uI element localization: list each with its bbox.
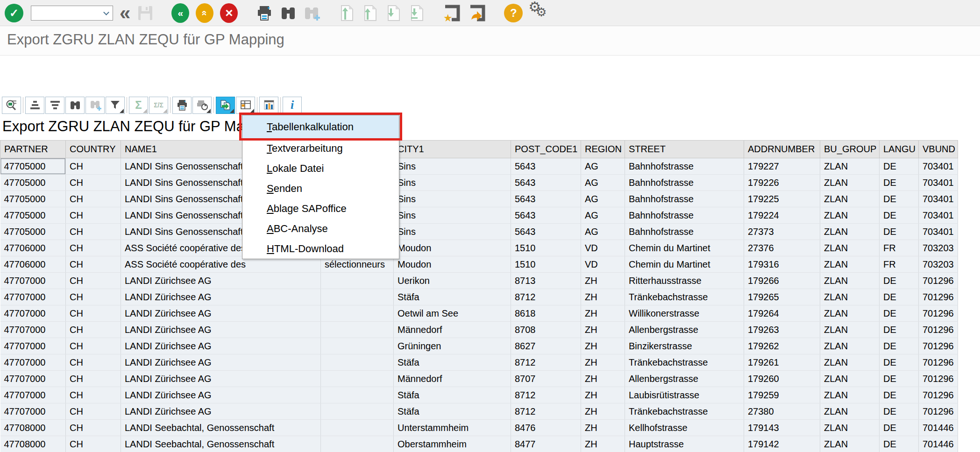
grid-cell[interactable]: 701296 (919, 289, 958, 305)
grid-cell[interactable]: 47705000 (0, 224, 66, 240)
info-button[interactable]: i (283, 97, 302, 114)
grid-cell[interactable]: CH (66, 240, 121, 256)
grid-cell[interactable] (321, 289, 394, 305)
grid-cell[interactable]: 701446 (919, 436, 958, 452)
grid-cell[interactable]: DE (880, 338, 919, 354)
back-button[interactable]: « (171, 3, 189, 23)
grid-cell[interactable]: 179263 (744, 322, 820, 338)
grid-cell[interactable]: FR (880, 240, 919, 256)
grid-cell[interactable]: CH (66, 256, 121, 273)
grid-cell[interactable]: CH (66, 420, 121, 436)
column-header[interactable]: PARTNER (0, 141, 66, 158)
grid-cell[interactable]: CH (66, 322, 121, 338)
grid-cell[interactable]: ZLAN (820, 305, 880, 322)
grid-cell[interactable]: LANDI Zürichsee AG (121, 338, 321, 354)
grid-cell[interactable]: 179316 (744, 256, 820, 273)
grid-cell[interactable]: DE (880, 305, 919, 322)
grid-cell[interactable]: 5643 (511, 175, 581, 191)
grid-cell[interactable]: LANDI Zürichsee AG (121, 289, 321, 305)
grid-cell[interactable]: 179142 (744, 436, 820, 452)
grid-cell[interactable]: ZLAN (820, 387, 880, 403)
grid-cell[interactable]: Tränkebachstrasse (625, 289, 744, 305)
grid-cell[interactable]: 27373 (744, 224, 820, 240)
grid-cell[interactable]: 8713 (511, 273, 581, 289)
grid-cell[interactable]: ZLAN (820, 436, 880, 452)
grid-cell[interactable]: Grüningen (394, 338, 511, 354)
grid-cell[interactable]: Sins (394, 224, 511, 240)
grid-cell[interactable]: LANDI Zürichsee AG (121, 354, 321, 371)
grid-cell[interactable]: LANDI Seebachtal, Genossenschaft (121, 420, 321, 436)
grid-cell[interactable]: 179262 (744, 338, 820, 354)
grid-cell[interactable]: 701296 (919, 322, 958, 338)
grid-cell[interactable]: ZH (581, 305, 625, 322)
grid-cell[interactable]: 8712 (511, 403, 581, 420)
grid-cell[interactable]: ZLAN (820, 354, 880, 371)
grid-cell[interactable]: ZH (581, 273, 625, 289)
grid-cell[interactable]: AG (581, 175, 625, 191)
exit-button[interactable]: « (196, 3, 213, 23)
grid-cell[interactable]: Tränkebachstrasse (625, 403, 744, 420)
grid-cell[interactable]: 47708000 (0, 436, 66, 452)
grid-cell[interactable]: CH (66, 371, 121, 387)
grid-cell[interactable]: 8707 (511, 371, 581, 387)
grid-cell[interactable]: Moudon (394, 256, 511, 273)
grid-cell[interactable]: AG (581, 224, 625, 240)
grid-cell[interactable]: Tränkebachstrasse (625, 354, 744, 371)
grid-cell[interactable] (321, 387, 394, 403)
grid-cell[interactable]: 47707000 (0, 289, 66, 305)
grid-cell[interactable]: 8618 (511, 305, 581, 322)
grid-cell[interactable] (321, 354, 394, 371)
grid-cell[interactable]: ZLAN (820, 256, 880, 273)
grid-cell[interactable]: Unterstammheim (394, 420, 511, 436)
grid-cell[interactable]: Sins (394, 175, 511, 191)
grid-cell[interactable]: DE (880, 289, 919, 305)
grid-cell[interactable]: DE (880, 354, 919, 371)
grid-cell[interactable] (321, 338, 394, 354)
grid-cell[interactable]: Sins (394, 158, 511, 175)
grid-cell[interactable]: 703401 (919, 191, 958, 207)
column-header[interactable]: REGION (581, 141, 625, 158)
grid-cell[interactable]: 47705000 (0, 175, 66, 191)
grid-cell[interactable]: CH (66, 273, 121, 289)
grid-cell[interactable]: AG (581, 191, 625, 207)
grid-cell[interactable]: ZLAN (820, 420, 880, 436)
grid-cell[interactable]: Stäfa (394, 354, 511, 371)
grid-cell[interactable]: ZLAN (820, 273, 880, 289)
grid-cell[interactable] (321, 420, 394, 436)
grid-cell[interactable]: DE (880, 403, 919, 420)
grid-cell[interactable]: ZLAN (820, 207, 880, 224)
grid-cell[interactable]: ZH (581, 289, 625, 305)
enter-button[interactable]: ✓ (5, 4, 23, 22)
set-filter-button[interactable] (106, 97, 125, 114)
export-button[interactable] (216, 97, 235, 114)
column-header[interactable]: CITY1 (394, 141, 511, 158)
grid-cell[interactable]: Oberstammheim (394, 436, 511, 452)
grid-cell[interactable]: 179259 (744, 387, 820, 403)
grid-cell[interactable]: LANDI Zürichsee AG (121, 305, 321, 322)
column-header[interactable]: LANGU (880, 141, 919, 158)
help-button[interactable]: ? (504, 4, 523, 22)
grid-cell[interactable]: Chemin du Martinet (625, 256, 744, 273)
chevron-down-icon[interactable] (103, 9, 109, 15)
grid-cell[interactable]: 5643 (511, 158, 581, 175)
grid-cell[interactable]: Moudon (394, 240, 511, 256)
grid-cell[interactable]: DE (880, 158, 919, 175)
grid-cell[interactable]: LANDI Seebachtal, Genossenschaft (121, 436, 321, 452)
grid-cell[interactable]: ZLAN (820, 322, 880, 338)
collapse-command-field-button[interactable]: « (120, 4, 130, 22)
grid-cell[interactable]: AG (581, 158, 625, 175)
grid-cell[interactable]: CH (66, 191, 121, 207)
grid-cell[interactable]: VD (581, 240, 625, 256)
customize-layout-button[interactable]: ⚙ ⚙ (529, 3, 550, 23)
grid-cell[interactable]: CH (66, 436, 121, 452)
grid-cell[interactable]: Uerikon (394, 273, 511, 289)
grid-cell[interactable]: 179227 (744, 158, 820, 175)
grid-cell[interactable]: ZH (581, 354, 625, 371)
grid-cell[interactable]: 47707000 (0, 403, 66, 420)
grid-cell[interactable]: 701296 (919, 354, 958, 371)
grid-cell[interactable]: 701296 (919, 403, 958, 420)
grid-cell[interactable]: 47707000 (0, 387, 66, 403)
grid-cell[interactable]: 47707000 (0, 354, 66, 371)
grid-cell[interactable] (321, 403, 394, 420)
grid-cell[interactable]: DE (880, 207, 919, 224)
